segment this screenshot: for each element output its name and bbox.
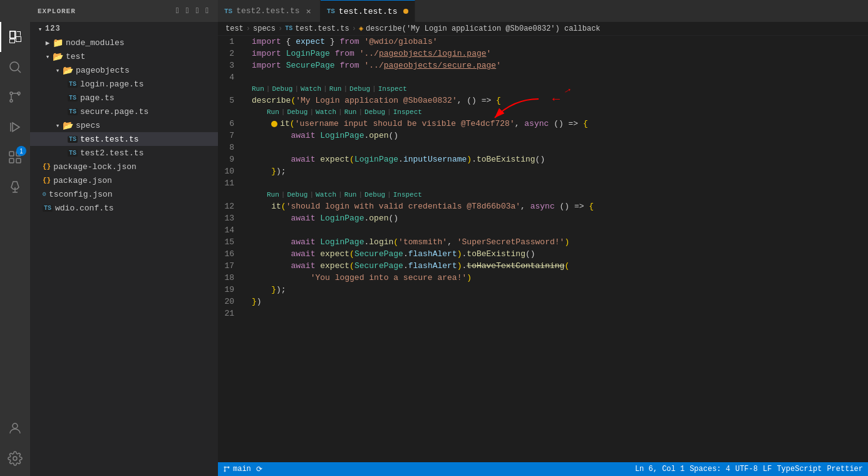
- tree-item-login-page[interactable]: TS login.page.ts: [30, 77, 218, 91]
- ts-badge: TS: [43, 205, 53, 212]
- breadcrumb-test[interactable]: test: [225, 24, 244, 33]
- code-line-8: [252, 142, 868, 153]
- folder-icon: 📂: [63, 65, 73, 76]
- svg-marker-6: [13, 123, 19, 132]
- tree-item-package-lock[interactable]: {} package-lock.json: [30, 160, 218, 173]
- activity-icon-settings[interactable]: [0, 443, 30, 473]
- code-lens-it[interactable]: Run|Debug|Watch|Run|Debug|Inspect: [252, 106, 868, 118]
- svg-point-1: [10, 62, 19, 71]
- extensions-badge: 1: [16, 146, 26, 156]
- tree-item-test2-test[interactable]: TS test2.test.ts: [30, 146, 218, 160]
- svg-line-2: [18, 70, 21, 73]
- tree-item-test[interactable]: ▾ 📂 test: [30, 49, 218, 63]
- ts-badge: TS: [68, 108, 78, 115]
- activity-icon-extensions[interactable]: 1: [0, 142, 30, 172]
- tree-item-node_modules[interactable]: ▶ 📁 node_modules: [30, 36, 218, 49]
- prettier[interactable]: Prettier: [827, 465, 863, 473]
- code-container: 1 2 3 4 5 6 7 8 9 10 11: [218, 36, 868, 462]
- folder-arrow-open: ▾: [53, 122, 63, 130]
- folder-icon: 📂: [53, 51, 63, 62]
- tree-item-pageobjects[interactable]: ▾ 📂 pageobjects: [30, 63, 218, 77]
- code-line-18: 'You logged into a secure area!'): [252, 272, 868, 284]
- ts-badge: TS: [68, 136, 78, 143]
- code-line-13: await LoginPage.open(): [252, 212, 868, 224]
- breadcrumb-symbol[interactable]: describe('My Login application @Sb0ae083…: [366, 24, 600, 33]
- tree-item-package[interactable]: {} package.json: [30, 173, 218, 187]
- code-line-4: [252, 71, 868, 83]
- encoding[interactable]: UTF-8: [735, 465, 758, 473]
- tab-test2[interactable]: TS test2.test.ts ✕: [218, 0, 321, 22]
- item-label: package.json: [53, 176, 112, 185]
- tab-ts-icon: TS: [224, 8, 232, 15]
- sync-icon[interactable]: ⟳: [256, 465, 262, 474]
- root-arrow: ▾: [35, 25, 45, 33]
- item-label: secure.page.ts: [80, 107, 148, 116]
- breadcrumb-sep2: ›: [278, 24, 282, 33]
- activity-icon-explorer[interactable]: [0, 22, 30, 52]
- new-folder-icon[interactable]: : [183, 6, 194, 16]
- new-file-icon[interactable]: : [173, 6, 183, 16]
- editor-body: 1 2 3 4 5 6 7 8 9 10 11: [218, 36, 868, 462]
- tab-test[interactable]: TS test.test.ts: [321, 0, 416, 22]
- code-line-6: it('username input should be visible @Te…: [252, 118, 868, 130]
- folder-arrow-open: ▾: [53, 66, 63, 75]
- code-line-1: import { expect } from '@wdio/globals': [252, 36, 868, 48]
- eol[interactable]: LF: [763, 465, 772, 473]
- item-label: test2.test.ts: [80, 148, 143, 158]
- tree-item-tsconfig[interactable]: ⚙ tsconfig.json: [30, 187, 218, 201]
- activity-icon-search[interactable]: [0, 52, 30, 82]
- tab-close-btn[interactable]: ✕: [304, 6, 314, 16]
- tsconfig-badge: ⚙: [43, 190, 46, 198]
- item-label: specs: [76, 121, 100, 130]
- ts-badge: TS: [68, 81, 78, 88]
- activity-icon-source-control[interactable]: [0, 82, 30, 112]
- breadcrumb-specs[interactable]: specs: [253, 24, 276, 33]
- breadcrumb: test › specs › TS test.test.ts › ◈ descr…: [218, 22, 868, 36]
- svg-point-5: [10, 92, 13, 95]
- item-label: test.test.ts: [80, 135, 139, 144]
- language[interactable]: TypeScript: [777, 465, 822, 473]
- code-line-7: await LoginPage.open(): [252, 130, 868, 142]
- json-badge: {}: [43, 163, 51, 170]
- code-line-16: await expect(SecurePage.flashAlert).toBe…: [252, 248, 868, 260]
- item-label: page.ts: [80, 93, 115, 103]
- code-line-21: [252, 308, 868, 319]
- tree-item-specs[interactable]: ▾ 📂 specs: [30, 118, 218, 132]
- editor-area: test › specs › TS test.test.ts › ◈ descr…: [218, 22, 868, 476]
- status-bar: main ⟳ Ln 6, Col 1 Spaces: 4 UTF-8 LF Ty…: [218, 462, 868, 476]
- code-line-19: });: [252, 284, 868, 296]
- activity-icon-accounts[interactable]: [0, 413, 30, 443]
- code-line-11: [252, 177, 868, 189]
- main-layout: 1 ▾ 123 ▶: [0, 22, 868, 476]
- tabs-bar: TS test2.test.ts ✕ TS test.test.ts: [218, 0, 868, 22]
- red-arrow: ←: [552, 93, 560, 105]
- tab-dot-modified: [403, 9, 408, 14]
- top-bar: EXPLORER     TS test2.test.ts ✕ TS t…: [0, 0, 868, 22]
- root-folder[interactable]: ▾ 123: [30, 22, 218, 36]
- tab-label: test2.test.ts: [236, 6, 299, 16]
- collapse-icon[interactable]: : [203, 6, 213, 16]
- code-line-9: await expect(LoginPage.inputUsername).to…: [252, 153, 868, 165]
- tree-item-test-test[interactable]: TS test.test.ts: [30, 132, 218, 146]
- breadcrumb-file[interactable]: test.test.ts: [295, 24, 349, 33]
- activity-icon-run[interactable]: [0, 112, 30, 142]
- svg-point-14: [13, 423, 18, 428]
- code-lens-it2[interactable]: Run|Debug|Watch|Run|Debug|Inspect: [252, 189, 868, 200]
- activity-icon-testing[interactable]: [0, 172, 30, 202]
- svg-point-3: [10, 100, 13, 102]
- spaces[interactable]: Spaces: 4: [690, 465, 730, 473]
- tree-item-page[interactable]: TS page.ts: [30, 91, 218, 105]
- yellow-dot: [271, 121, 277, 127]
- ln-col[interactable]: Ln 6, Col 1: [635, 465, 685, 473]
- refresh-icon[interactable]: : [193, 6, 203, 16]
- item-label: test: [66, 52, 85, 61]
- sidebar: ▾ 123 ▶ 📁 node_modules ▾ 📂 test ▾: [30, 22, 218, 476]
- sidebar-tree: ▾ 123 ▶ 📁 node_modules ▾ 📂 test ▾: [30, 22, 218, 476]
- activity-bar: 1: [0, 22, 30, 476]
- item-label: package-lock.json: [53, 162, 137, 172]
- code-line-2: import LoginPage from '../pageobjects/lo…: [252, 48, 868, 59]
- tree-item-secure-page[interactable]: TS secure.page.ts: [30, 105, 218, 118]
- git-branch[interactable]: main: [223, 465, 251, 473]
- svg-point-18: [224, 470, 225, 472]
- tree-item-wdio[interactable]: TS wdio.conf.ts: [30, 201, 218, 215]
